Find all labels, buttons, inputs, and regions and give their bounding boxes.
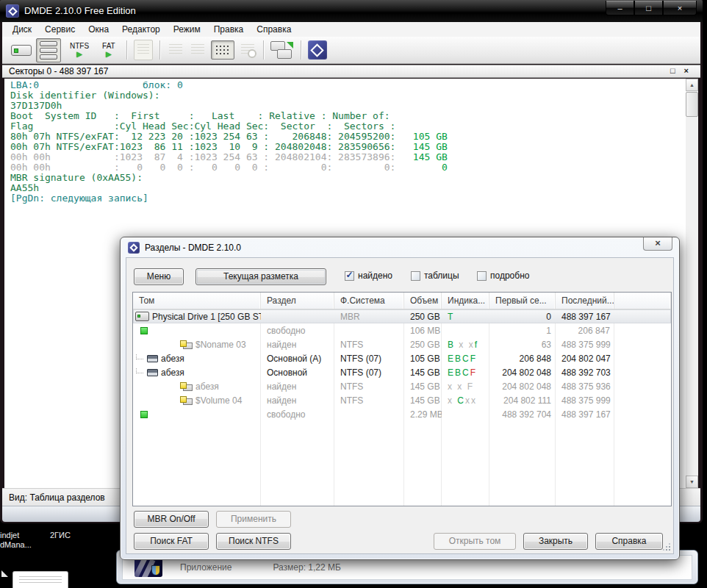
checkbox-tables[interactable]: таблицы <box>411 270 459 281</box>
menu-item[interactable]: Справка <box>250 23 298 36</box>
current-layout-button[interactable]: Текущая разметка <box>195 268 326 285</box>
checkbox-box[interactable] <box>477 271 487 281</box>
size-cell: 145 GB <box>404 368 442 378</box>
apply-button[interactable]: Применить <box>216 511 291 528</box>
pane-close-icon[interactable]: × <box>684 66 689 75</box>
title-bar: DMDE 2.10.0 Free Edition – □ × <box>0 0 703 22</box>
menu-item[interactable]: Режим <box>167 23 207 36</box>
partition-cell: Основной (A) <box>261 354 334 364</box>
sector-text-line: Flag :Cyl Head Sec:Cyl Head Sec: Sector … <box>10 121 686 132</box>
found-icon <box>180 396 193 405</box>
desktop-icon-label-2gis[interactable]: 2ГИС <box>50 531 71 540</box>
tree-view-icon[interactable] <box>167 41 184 59</box>
search-fat-button[interactable]: FAT ▶ <box>98 42 120 58</box>
sector-pane-title: Секторы 0 - 488 397 167 <box>9 66 108 76</box>
vol-icon <box>147 369 158 376</box>
mbr-onoff-button[interactable]: MBR On/Off <box>134 511 209 528</box>
indicator-cell: T <box>442 312 489 322</box>
vertical-scrollbar[interactable]: ▲ ▼ <box>686 79 698 488</box>
indicator-cell: EBCF <box>442 354 489 364</box>
search-fat-button[interactable]: Поиск FAT <box>134 533 209 550</box>
menu-item[interactable]: Окна <box>82 23 115 36</box>
desktop-icon-label-mindjet[interactable]: indjet dMana... <box>0 531 32 550</box>
table-row[interactable]: Physical Drive 1 [250 GB ST...MBR250 GBT… <box>133 309 671 323</box>
menu-item[interactable]: Правка <box>207 23 251 36</box>
table-row[interactable]: $Noname 03найденNTFS250 GBB x xf63488 37… <box>133 337 671 351</box>
filesystem-cell: NTFS (07) <box>334 354 404 364</box>
found-icon <box>180 382 193 391</box>
vol-icon <box>147 355 158 362</box>
desktop-shortcut-icon[interactable] <box>13 572 68 588</box>
table-row[interactable]: $Volume 04найденNTFS145 GBx Cxx204 802 1… <box>133 393 671 407</box>
checkbox-box[interactable]: ✓ <box>345 271 354 281</box>
disk-icon <box>11 45 32 56</box>
window-controls: – □ × <box>606 1 697 15</box>
search-view-icon[interactable] <box>239 41 256 59</box>
open-disk-button[interactable] <box>11 45 32 56</box>
close-button[interactable]: × <box>663 1 697 15</box>
menu-item[interactable]: Сервис <box>38 23 82 36</box>
new-scan-button-disabled[interactable] <box>134 40 153 60</box>
partition-cell: найден <box>261 381 334 392</box>
ntfs-label: NTFS <box>70 42 89 50</box>
first-sector-cell: 204 802 111 <box>489 395 556 406</box>
toolbar-separator <box>301 40 301 60</box>
last-sector-cell: 488 397 167 <box>556 409 614 420</box>
table-body: Physical Drive 1 [250 GB ST...MBR250 GBT… <box>133 309 671 421</box>
column-header[interactable]: Раздел <box>261 293 334 309</box>
column-header[interactable]: Первый се... <box>489 293 556 309</box>
scroll-up-button[interactable]: ▲ <box>686 79 698 91</box>
column-header[interactable]: Последний... <box>556 293 614 309</box>
minimize-button[interactable]: – <box>606 1 634 15</box>
menu-button[interactable]: Меню <box>134 268 184 285</box>
table-row[interactable]: абезянайденNTFS145 GBx x F204 802 048488… <box>133 379 671 393</box>
checkbox-detailed[interactable]: подробно <box>477 270 529 281</box>
volume-cell: Physical Drive 1 [250 GB ST... <box>133 312 261 322</box>
free-icon <box>140 411 148 418</box>
first-sector-cell: 204 802 048 <box>489 381 556 392</box>
pane-controls: □ × <box>670 66 689 75</box>
table-row[interactable]: свободно106 MB1206 847 <box>133 323 671 337</box>
desktop-icon-label-line: dMana... <box>0 540 32 550</box>
search-ntfs-button[interactable]: NTFS ▶ <box>65 42 93 58</box>
column-header[interactable]: Объем <box>404 293 442 309</box>
partition-cell: найден <box>261 340 334 350</box>
file-size-label: Размер: 1,22 МБ <box>273 562 340 573</box>
scroll-down-button[interactable]: ▼ <box>686 476 698 488</box>
help-button[interactable]: Справка <box>595 533 663 550</box>
scrollbar-thumb[interactable] <box>686 92 698 117</box>
dmde-about-button[interactable] <box>308 40 327 60</box>
column-header[interactable]: Ф.Система <box>334 293 404 309</box>
table-row[interactable]: абезяОсновнойNTFS (07)145 GBEBCF204 802 … <box>133 365 671 379</box>
column-header[interactable]: Индика... <box>442 293 489 309</box>
sector-text-line: AA55h <box>10 183 686 193</box>
search-ntfs-button[interactable]: Поиск NTFS <box>216 533 291 550</box>
column-header-blank <box>614 293 671 309</box>
file-type-label: Приложение <box>180 562 232 573</box>
table-row[interactable]: абезяОсновной (A)NTFS (07)105 GBEBCF206 … <box>133 351 671 365</box>
table-header: ТомРазделФ.СистемаОбъемИндика...Первый с… <box>133 293 671 309</box>
last-sector-cell: 206 847 <box>556 326 614 336</box>
maximize-button[interactable]: □ <box>634 1 663 15</box>
checkbox-found[interactable]: ✓найдено <box>345 270 392 281</box>
last-sector-cell: 488 375 999 <box>556 395 614 406</box>
indicator-cell: x x F <box>442 381 489 392</box>
list-view-icon[interactable] <box>189 41 207 59</box>
dialog-close-button[interactable]: × <box>643 237 672 251</box>
show-partitions-button[interactable] <box>36 38 61 62</box>
copy-windows-button[interactable] <box>270 40 294 60</box>
sector-pane-header: Секторы 0 - 488 397 167 □ × <box>2 65 700 78</box>
partitions-icon <box>40 41 57 60</box>
table-row[interactable]: свободно2.29 MB488 392 704488 397 167 <box>133 407 671 421</box>
volume-label: $Volume 04 <box>195 395 242 406</box>
menu-item[interactable]: Диск <box>6 23 38 36</box>
open-volume-button[interactable]: Открыть том <box>434 533 516 550</box>
resize-grip[interactable] <box>661 541 671 551</box>
dmde-logo-icon <box>128 242 140 254</box>
menu-item[interactable]: Редактор <box>115 23 167 36</box>
pane-maximize-icon[interactable]: □ <box>670 66 675 75</box>
close-dialog-button[interactable]: Закрыть <box>523 533 588 550</box>
checkbox-box[interactable] <box>411 271 420 281</box>
column-header[interactable]: Том <box>133 293 261 309</box>
table-view-button[interactable] <box>211 40 234 60</box>
